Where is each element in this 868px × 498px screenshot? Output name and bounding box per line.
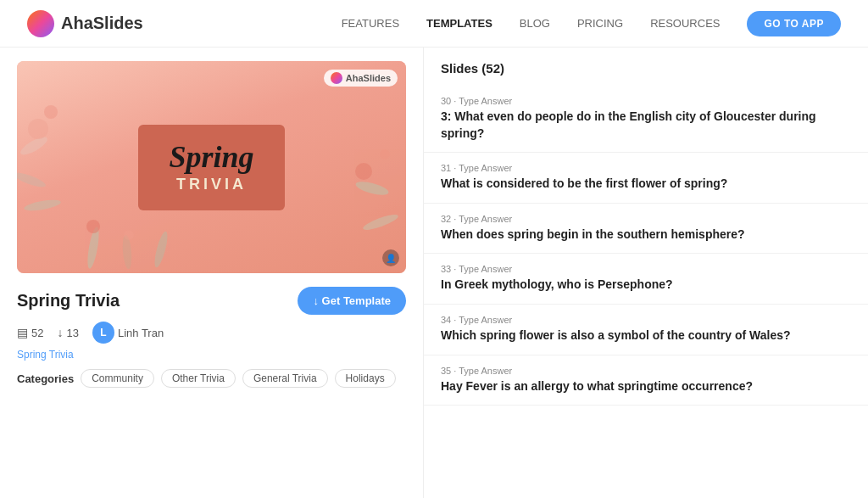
svg-point-2	[23, 198, 61, 212]
spring-trivia-card: Spring TRIVIA	[138, 125, 284, 210]
svg-point-3	[28, 119, 48, 139]
template-tag[interactable]: Spring Trivia	[17, 349, 406, 361]
nav-blog[interactable]: BLOG	[520, 17, 550, 30]
left-panel: AhaSlides Spring TRIVIA	[0, 48, 424, 498]
slides-count-item: ▤ 52	[17, 326, 43, 339]
preview-badge-text: AhaSlides	[346, 73, 391, 83]
svg-point-6	[362, 212, 400, 232]
main-container: AhaSlides Spring TRIVIA	[0, 48, 868, 498]
preview-badge: AhaSlides	[324, 70, 398, 87]
slide-31-question: What is considered to be the first flowe…	[441, 176, 851, 193]
slide-item-34[interactable]: 34 · Type Answer Which spring flower is …	[424, 305, 868, 355]
slide-34-type: 34 · Type Answer	[441, 315, 851, 325]
svg-point-8	[380, 149, 390, 159]
svg-point-12	[86, 220, 100, 233]
nav-links: FEATURES TEMPLATES BLOG PRICING RESOURCE…	[342, 11, 841, 36]
downloads-count-item: ↓ 13	[57, 326, 78, 339]
nav-resources[interactable]: RESOURCES	[650, 17, 720, 30]
slide-33-question: In Greek mythology, who is Persephone?	[441, 277, 851, 294]
svg-point-11	[152, 230, 170, 268]
category-community[interactable]: Community	[81, 369, 154, 388]
category-general-trivia[interactable]: General Trivia	[242, 369, 328, 388]
svg-point-10	[121, 235, 132, 270]
preview-background: AhaSlides Spring TRIVIA	[17, 61, 406, 273]
slides-header: Slides (52)	[424, 61, 868, 86]
categories-label: Categories	[17, 372, 74, 385]
spring-title: Spring	[169, 142, 253, 172]
slides-count: 52	[31, 327, 43, 339]
nav-pricing[interactable]: PRICING	[577, 17, 623, 30]
nav-templates[interactable]: TEMPLATES	[426, 17, 492, 30]
logo[interactable]: AhaSlides	[27, 10, 143, 37]
slides-icon: ▤	[17, 326, 28, 339]
author-avatar: L	[92, 322, 114, 344]
slide-31-type: 31 · Type Answer	[441, 163, 851, 173]
category-other-trivia[interactable]: Other Trivia	[161, 369, 236, 388]
categories-row: Categories Community Other Trivia Genera…	[17, 369, 406, 388]
downloads-count: 13	[66, 327, 78, 339]
slide-30-question: 3: What even do people do in the English…	[441, 109, 851, 142]
mini-logo-icon	[331, 72, 342, 84]
slide-33-type: 33 · Type Answer	[441, 264, 851, 274]
flower-bottom-decoration	[59, 205, 229, 273]
template-meta: ▤ 52 ↓ 13 L Linh Tran	[17, 322, 406, 344]
svg-point-7	[355, 163, 372, 180]
svg-point-4	[44, 105, 58, 119]
trivia-subtitle: TRIVIA	[169, 176, 253, 193]
slide-item-33[interactable]: 33 · Type Answer In Greek mythology, who…	[424, 254, 868, 305]
svg-point-13	[124, 230, 134, 240]
slide-35-type: 35 · Type Answer	[441, 366, 851, 376]
slide-34-question: Which spring flower is also a symbol of …	[441, 327, 851, 344]
author-item: L Linh Tran	[92, 322, 164, 344]
logo-text: AhaSlides	[61, 14, 143, 33]
nav-features[interactable]: FEATURES	[342, 17, 399, 30]
svg-point-5	[354, 179, 390, 198]
logo-icon	[27, 10, 54, 37]
author-name: Linh Tran	[118, 327, 164, 339]
slide-30-type: 30 · Type Answer	[441, 96, 851, 106]
slide-item-30[interactable]: 30 · Type Answer 3: What even do people …	[424, 86, 868, 153]
template-preview: AhaSlides Spring TRIVIA	[17, 61, 406, 273]
downloads-icon: ↓	[57, 326, 63, 339]
slide-35-question: Hay Fever is an allergy to what springti…	[441, 378, 851, 395]
template-header: Spring Trivia ↓ Get Template	[17, 287, 406, 315]
get-template-button[interactable]: ↓ Get Template	[298, 287, 406, 315]
flower-right-decoration	[321, 104, 406, 273]
template-title: Spring Trivia	[17, 291, 120, 311]
slide-item-31[interactable]: 31 · Type Answer What is considered to b…	[424, 153, 868, 204]
slide-32-question: When does spring begin in the southern h…	[441, 227, 851, 243]
person-icon: 👤	[382, 249, 399, 266]
navbar: AhaSlides FEATURES TEMPLATES BLOG PRICIN…	[0, 0, 868, 48]
slide-32-type: 32 · Type Answer	[441, 214, 851, 224]
go-to-app-button[interactable]: GO TO APP	[747, 11, 841, 36]
right-panel: Slides (52) 30 · Type Answer 3: What eve…	[424, 48, 868, 498]
category-holidays[interactable]: Holidays	[335, 369, 396, 388]
svg-point-1	[17, 170, 47, 189]
slide-item-32[interactable]: 32 · Type Answer When does spring begin …	[424, 204, 868, 255]
slide-item-35[interactable]: 35 · Type Answer Hay Fever is an allergy…	[424, 355, 868, 406]
